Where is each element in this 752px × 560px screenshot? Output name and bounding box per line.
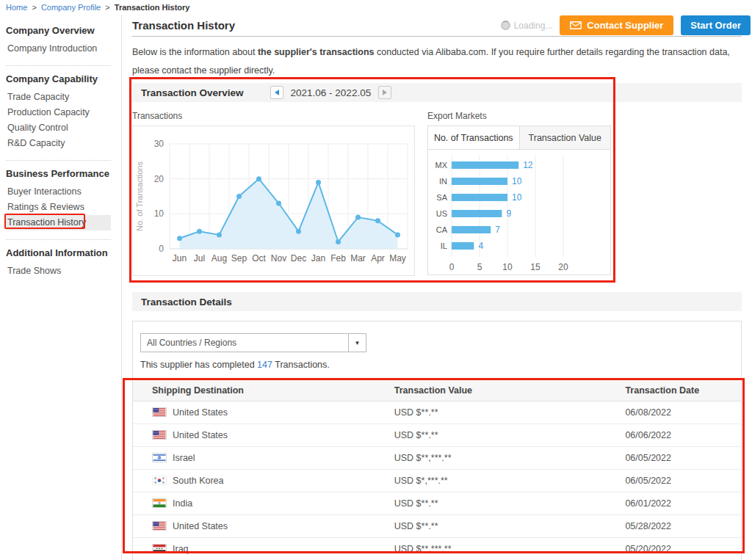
svg-text:15: 15 bbox=[530, 262, 540, 272]
svg-text:No. of Transactions: No. of Transactions bbox=[135, 161, 144, 231]
shipping-destination: Israel bbox=[173, 453, 195, 463]
transaction-date: 06/01/2022 bbox=[619, 492, 741, 515]
breadcrumb-item-company-profile[interactable]: Company Profile bbox=[41, 3, 101, 12]
sidebar-divider bbox=[6, 65, 111, 66]
svg-text:30: 30 bbox=[154, 139, 164, 149]
export-markets-tabs: No. of Transactions Transaction Value bbox=[428, 126, 610, 150]
page-title: Transaction History bbox=[132, 19, 235, 32]
sidebar-section-business-performance: Business PerformanceBuyer InteractionsRa… bbox=[6, 162, 121, 236]
breadcrumb-item-home[interactable]: Home bbox=[6, 3, 27, 12]
line-chart-svg: 0102030JunJulAugSepOctNovDecJanFebMarApr… bbox=[133, 126, 414, 275]
svg-text:US: US bbox=[436, 209, 447, 218]
transaction-value: USD $**,***.** bbox=[388, 447, 620, 470]
svg-text:Feb: Feb bbox=[330, 253, 346, 263]
transaction-date: 06/05/2022 bbox=[619, 470, 741, 492]
date-range-label: 2021.06 - 2022.05 bbox=[291, 87, 372, 98]
sidebar-item-production-capacity[interactable]: Production Capacity bbox=[6, 105, 121, 120]
sidebar-heading-additional-information: Additional Information bbox=[6, 243, 121, 263]
svg-text:10: 10 bbox=[512, 192, 522, 203]
overview-header-bar: Transaction Overview 2021.06 - 2022.05 bbox=[132, 83, 742, 102]
flag-il-icon bbox=[152, 453, 167, 462]
flag-in-icon bbox=[152, 498, 167, 508]
transaction-date: 05/20/2022 bbox=[619, 538, 741, 560]
svg-text:Dec: Dec bbox=[291, 253, 306, 263]
next-period-button[interactable] bbox=[378, 86, 391, 99]
prev-period-button[interactable] bbox=[270, 86, 283, 99]
shipping-destination: United States bbox=[173, 521, 228, 531]
svg-text:Mar: Mar bbox=[350, 253, 366, 263]
svg-text:7: 7 bbox=[495, 225, 500, 235]
transaction-value: USD $**,***.** bbox=[388, 538, 620, 560]
transaction-date: 06/05/2022 bbox=[619, 447, 741, 470]
sidebar-heading-company-overview: Company Overview bbox=[6, 21, 121, 41]
start-order-label: Start Order bbox=[690, 20, 741, 31]
column-header-transaction-value: Transaction Value bbox=[388, 379, 620, 401]
transactions-chart-label: Transactions bbox=[132, 111, 415, 122]
table-row: IndiaUSD $**.**06/01/2022 bbox=[133, 492, 741, 515]
svg-text:Nov: Nov bbox=[271, 253, 286, 263]
transaction-count: 147 bbox=[257, 360, 272, 370]
export-markets-panel: No. of Transactions Transaction Value 05… bbox=[427, 126, 611, 275]
svg-text:IN: IN bbox=[439, 177, 447, 186]
column-header-shipping-destination: Shipping Destination bbox=[133, 379, 388, 401]
chevron-down-icon: ▼ bbox=[348, 334, 366, 352]
country-filter-dropdown[interactable]: All Countries / Regions ▼ bbox=[140, 333, 366, 352]
svg-text:IL: IL bbox=[441, 241, 447, 250]
sidebar-item-r-d-capacity[interactable]: R&D Capacity bbox=[6, 136, 121, 151]
transaction-date: 06/06/2022 bbox=[619, 424, 741, 447]
sidebar-item-trade-capacity[interactable]: Trade Capacity bbox=[6, 90, 121, 105]
shipping-destination: India bbox=[173, 498, 192, 509]
export-markets-column: Export Markets No. of Transactions Trans… bbox=[427, 111, 611, 276]
loading-status: Loading... bbox=[501, 21, 553, 31]
chevron-left-icon bbox=[275, 90, 279, 95]
svg-text:20: 20 bbox=[558, 262, 568, 272]
svg-text:Sep: Sep bbox=[231, 253, 247, 263]
svg-text:Jan: Jan bbox=[311, 253, 325, 263]
sidebar-item-ratings-reviews[interactable]: Ratings & Reviews bbox=[6, 200, 121, 215]
chevron-right-icon bbox=[383, 90, 387, 95]
transactions-table: Shipping DestinationTransaction ValueTra… bbox=[133, 379, 741, 560]
sidebar-item-company-introduction[interactable]: Company Introduction bbox=[6, 41, 121, 57]
tab-no-of-transactions[interactable]: No. of Transactions bbox=[428, 126, 520, 149]
tab-transaction-value[interactable]: Transaction Value bbox=[520, 126, 611, 149]
svg-text:Jun: Jun bbox=[173, 253, 187, 263]
transaction-overview-section: Transaction Overview 2021.06 - 2022.05 T… bbox=[132, 83, 742, 285]
contact-supplier-button[interactable]: Contact Supplier bbox=[560, 15, 673, 35]
sidebar-divider bbox=[6, 160, 111, 161]
table-row: IraqUSD $**,***.**05/20/2022 bbox=[133, 538, 741, 560]
shipping-destination: United States bbox=[173, 430, 228, 440]
sidebar-item-trade-shows[interactable]: Trade Shows bbox=[6, 263, 121, 279]
flag-kr-icon bbox=[152, 476, 167, 485]
transactions-line-chart: 0102030JunJulAugSepOctNovDecJanFebMarApr… bbox=[132, 126, 415, 276]
transaction-value: USD $**.** bbox=[388, 515, 620, 538]
flag-iq-icon bbox=[152, 544, 167, 553]
svg-text:10: 10 bbox=[512, 176, 522, 186]
flag-us-icon bbox=[152, 407, 167, 417]
transaction-value: USD $*,***.** bbox=[388, 470, 620, 492]
contact-supplier-label: Contact Supplier bbox=[587, 20, 663, 31]
svg-text:5: 5 bbox=[477, 262, 482, 272]
sidebar-item-buyer-interactions[interactable]: Buyer Interactions bbox=[6, 184, 121, 200]
envelope-icon bbox=[570, 21, 582, 29]
transaction-details-panel: All Countries / Regions ▼ This supplier … bbox=[132, 321, 742, 560]
column-header-transaction-date: Transaction Date bbox=[619, 379, 741, 401]
svg-text:0: 0 bbox=[449, 262, 455, 272]
export-markets-label: Export Markets bbox=[427, 111, 611, 122]
date-range-nav: 2021.06 - 2022.05 bbox=[270, 86, 392, 99]
sidebar-item-quality-control[interactable]: Quality Control bbox=[6, 120, 121, 136]
sidebar-divider bbox=[6, 239, 111, 240]
svg-text:Aug: Aug bbox=[212, 253, 227, 263]
sidebar-item-transaction-history[interactable]: Transaction History bbox=[6, 215, 111, 230]
table-row: United StatesUSD $**.**05/28/2022 bbox=[133, 515, 741, 538]
breadcrumb: Home > Company Profile > Transaction His… bbox=[0, 0, 752, 15]
start-order-button[interactable]: Start Order bbox=[681, 15, 751, 35]
transactions-summary: This supplier has completed 147 Transact… bbox=[140, 360, 734, 370]
transaction-value: USD $**.** bbox=[388, 424, 620, 447]
sidebar-section-company-overview: Company OverviewCompany Introduction bbox=[6, 19, 121, 62]
annotation-box-sidebar bbox=[4, 214, 85, 229]
svg-text:MX: MX bbox=[435, 161, 448, 170]
bar-chart-svg: 05101520MX12IN10SA10US9CA7IL4 bbox=[428, 150, 610, 273]
svg-text:10: 10 bbox=[502, 262, 513, 272]
country-filter-value: All Countries / Regions bbox=[141, 338, 348, 348]
sidebar-section-company-capability: Company CapabilityTrade CapacityProducti… bbox=[6, 68, 121, 157]
